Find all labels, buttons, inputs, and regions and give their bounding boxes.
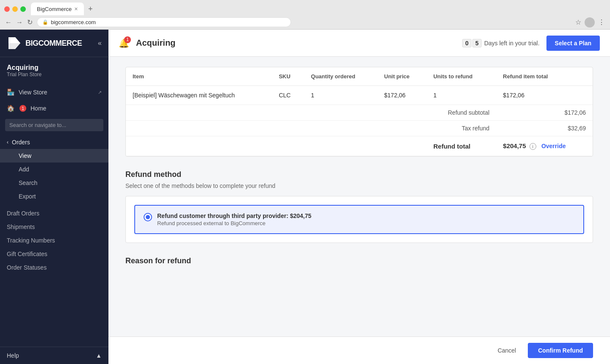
- confirm-refund-button[interactable]: Confirm Refund: [528, 343, 593, 358]
- browser-tab[interactable]: BigCommerce ✕: [31, 3, 84, 15]
- trial-days: 0 5: [462, 39, 482, 47]
- browser-chrome: BigCommerce ✕ + ← → ↻ 🔒 bigcommerce.com …: [0, 0, 610, 30]
- sidebar: BIGCOMMERCE « Acquiring Trial Plan Store…: [0, 30, 108, 364]
- refund-option-amount: $204,75: [290, 212, 311, 219]
- orders-sub-search[interactable]: Search: [0, 176, 108, 190]
- sidebar-navigation: 🏪 View Store ↗ 🏠 1 Home ‹ Orders View: [0, 81, 108, 347]
- cancel-button[interactable]: Cancel: [491, 343, 523, 358]
- bookmark-icon[interactable]: ☆: [575, 18, 581, 26]
- radio-selected-indicator: [146, 215, 150, 219]
- logo-area: BIGCOMMERCE: [7, 36, 82, 51]
- forward-button[interactable]: →: [16, 19, 23, 26]
- refund-table: Item SKU Quantity ordered Unit price Uni…: [126, 67, 593, 156]
- orders-nav-item[interactable]: ‹ Orders: [0, 135, 108, 149]
- refund-total-label: Refund total: [427, 136, 496, 156]
- refund-table-wrapper: Item SKU Quantity ordered Unit price Uni…: [125, 67, 593, 157]
- trial-day1: 0: [462, 39, 471, 47]
- refund-subtotal-label: Refund subtotal: [427, 105, 496, 121]
- refund-total-row: Refund total $204,75 i Override: [126, 136, 593, 156]
- tab-title: BigCommerce: [37, 6, 72, 12]
- app-container: BIGCOMMERCE « Acquiring Trial Plan Store…: [0, 30, 610, 364]
- radio-button[interactable]: [144, 213, 152, 221]
- main-content: 🔔 1 Acquiring 0 5 Days left in your tria…: [108, 30, 610, 364]
- minimize-traffic-light[interactable]: [12, 6, 18, 12]
- refund-option-label: Refund customer through third party prov…: [157, 212, 288, 219]
- info-icon[interactable]: i: [530, 143, 536, 150]
- orders-sub-view[interactable]: View: [0, 149, 108, 163]
- logo-text: BIGCOMMERCE: [25, 39, 82, 48]
- page-content: Item SKU Quantity ordered Unit price Uni…: [108, 57, 610, 336]
- search-input[interactable]: [5, 119, 103, 131]
- reload-button[interactable]: ↻: [27, 18, 33, 26]
- tax-refund-label: Tax refund: [427, 121, 496, 136]
- tax-refund-value: $32,69: [496, 121, 593, 136]
- extra-nav-items: Draft Orders Shipments Tracking Numbers …: [0, 203, 108, 278]
- col-header-units-to-refund: Units to refund: [427, 67, 496, 86]
- col-header-quantity: Quantity ordered: [304, 67, 377, 86]
- col-header-sku: SKU: [272, 67, 304, 86]
- external-link-icon: ↗: [98, 90, 102, 95]
- refund-method-title: Refund method: [125, 170, 593, 179]
- home-icon: 🏠: [7, 105, 14, 112]
- maximize-traffic-light[interactable]: [20, 6, 26, 12]
- help-label: Help: [7, 352, 19, 359]
- url-text: bigcommerce.com: [51, 19, 96, 25]
- summary-tax-row: Tax refund $32,69: [126, 121, 593, 136]
- new-tab-button[interactable]: +: [86, 5, 95, 14]
- content-inner: Item SKU Quantity ordered Unit price Uni…: [108, 57, 610, 289]
- bigcommerce-logo-icon: [7, 36, 22, 51]
- user-avatar[interactable]: [585, 17, 595, 28]
- sidebar-item-draft-orders[interactable]: Draft Orders: [0, 207, 108, 220]
- sidebar-item-gift-certificates[interactable]: Gift Certificates: [0, 247, 108, 261]
- sidebar-footer[interactable]: Help ▲: [0, 347, 108, 364]
- sidebar-item-order-statuses[interactable]: Order Statuses: [0, 261, 108, 274]
- sidebar-item-shipments[interactable]: Shipments: [0, 220, 108, 234]
- reason-section: Reason for refund: [125, 256, 593, 265]
- store-icon: 🏪: [7, 88, 14, 96]
- radio-text: Refund customer through third party prov…: [157, 212, 311, 226]
- refund-subtotal-value: $172,06: [496, 105, 593, 121]
- orders-section: ‹ Orders View Add Search Export: [0, 135, 108, 203]
- sidebar-item-view-store[interactable]: 🏪 View Store ↗: [0, 84, 108, 100]
- refund-method-section: Refund method Select one of the methods …: [125, 170, 593, 243]
- lock-icon: 🔒: [42, 19, 48, 25]
- address-bar[interactable]: 🔒 bigcommerce.com: [37, 17, 291, 27]
- store-info: Acquiring Trial Plan Store: [0, 57, 108, 81]
- col-header-item: Item: [126, 67, 272, 86]
- sidebar-item-home[interactable]: 🏠 1 Home: [0, 100, 108, 116]
- orders-sub-menu: View Add Search Export: [0, 149, 108, 203]
- page-title: Acquiring: [136, 38, 175, 48]
- bell-badge: 1: [124, 36, 131, 43]
- notification-bell[interactable]: 🔔 1: [119, 38, 129, 48]
- store-name: Acquiring: [7, 64, 102, 72]
- select-plan-button[interactable]: Select a Plan: [546, 36, 600, 51]
- cell-item: [Beispiel] Wäschewagen mit Segeltuch: [126, 86, 272, 105]
- cell-quantity: 1: [304, 86, 377, 105]
- search-bar-wrap: [0, 116, 108, 135]
- trial-label: Days left in your trial.: [484, 40, 540, 47]
- refund-total-cell: $204,75 i Override: [496, 136, 593, 156]
- sidebar-item-tracking-numbers[interactable]: Tracking Numbers: [0, 234, 108, 247]
- radio-desc: Refund processed external to BigCommerce: [157, 220, 311, 226]
- trial-info: 0 5 Days left in your trial.: [462, 39, 539, 47]
- store-plan: Trial Plan Store: [7, 72, 102, 77]
- refund-radio-option[interactable]: Refund customer through third party prov…: [134, 205, 584, 234]
- reason-title: Reason for refund: [125, 256, 593, 265]
- trial-day2: 5: [472, 39, 482, 47]
- close-traffic-light[interactable]: [4, 6, 10, 12]
- col-header-refund-total: Refund item total: [496, 67, 593, 86]
- topbar: 🔔 1 Acquiring 0 5 Days left in your tria…: [108, 30, 610, 57]
- sidebar-header: BIGCOMMERCE «: [0, 30, 108, 57]
- table-row: [Beispiel] Wäschewagen mit Segeltuch CLC…: [126, 86, 593, 105]
- tab-close-btn[interactable]: ✕: [74, 6, 78, 12]
- summary-subtotal-row: Refund subtotal $172,06: [126, 105, 593, 121]
- cell-refund-item-total: $172,06: [496, 86, 593, 105]
- orders-sub-add[interactable]: Add: [0, 163, 108, 176]
- orders-sub-export[interactable]: Export: [0, 190, 108, 203]
- override-link[interactable]: Override: [541, 143, 566, 149]
- refund-method-box: Refund customer through third party prov…: [125, 196, 593, 243]
- menu-icon[interactable]: ⋮: [598, 18, 605, 26]
- cell-unit-price: $172,06: [377, 86, 427, 105]
- sidebar-collapse-button[interactable]: «: [98, 39, 102, 47]
- back-button[interactable]: ←: [5, 19, 12, 26]
